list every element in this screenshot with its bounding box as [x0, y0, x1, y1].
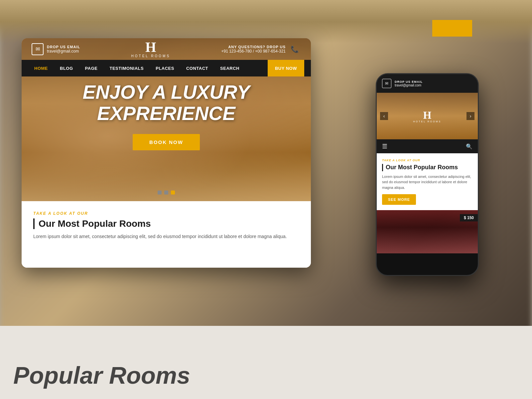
nav-item-testimonials[interactable]: TESTIMONIALS: [103, 60, 150, 76]
mobile-mockup: ✉ DROP US EMAIL travel@gmail.com ‹ H HOT…: [376, 73, 479, 276]
desktop-content-section: TAKE A LOOK AT OUR Our Most Popular Room…: [22, 201, 311, 268]
desktop-email-section: ✉ DROP US EMAIL travel@gmail.com: [32, 43, 80, 55]
see-more-button[interactable]: SEE MORE: [382, 194, 416, 205]
email-text-block: DROP US EMAIL travel@gmail.com: [47, 45, 80, 54]
mobile-logo-h: H: [413, 110, 441, 120]
section-title: Our Most Popular Rooms: [33, 218, 299, 229]
desktop-mockup: ✉ DROP US EMAIL travel@gmail.com H HOTEL…: [22, 38, 311, 268]
mobile-take-look-label: TAKE A LOOK AT OUR: [382, 159, 472, 162]
mobile-prev-arrow[interactable]: ‹: [380, 112, 388, 120]
mobile-description: Lorem ipsum dolor sit amet, consectetur …: [382, 174, 472, 191]
envelope-icon: ✉: [32, 43, 44, 55]
phone-value: +91 123-456-780 / +00 987-654-321: [221, 49, 286, 54]
price-badge: $ 150: [460, 214, 478, 221]
mobile-room-card: $ 150: [377, 210, 478, 253]
mobile-section-title: Our Most Popular Rooms: [382, 164, 472, 171]
logo-subtitle: HOTEL ROOMS: [131, 54, 171, 58]
hamburger-menu-icon[interactable]: ☰: [382, 143, 387, 150]
slider-dot-3[interactable]: [171, 191, 175, 195]
phone-text-block: ANY QUESTIONS? DROP US +91 123-456-780 /…: [221, 45, 286, 54]
nav-item-blog[interactable]: BLOG: [54, 60, 79, 76]
mobile-nav-bar: ☰ 🔍: [377, 139, 478, 153]
hero-content: ENJOY A LUXURY EXPRERIENCE BOOK NOW: [22, 81, 311, 150]
mobile-search-icon[interactable]: 🔍: [466, 143, 472, 150]
bottom-section: Popular Rooms: [0, 326, 532, 399]
mobile-envelope-icon: ✉: [382, 79, 391, 88]
nav-item-places[interactable]: PLACES: [150, 60, 180, 76]
email-value: travel@gmail.com: [47, 49, 80, 54]
mobile-top-bar: ✉ DROP US EMAIL travel@gmail.com: [377, 74, 478, 93]
nav-item-search[interactable]: SEARCH: [214, 60, 245, 76]
desktop-nav-bar: HOME BLOG PAGE TESTIMONIALS PLACES CONTA…: [22, 60, 311, 76]
hero-section: ✉ DROP US EMAIL travel@gmail.com H HOTEL…: [22, 38, 311, 201]
phone-icon: 📞: [289, 43, 301, 55]
section-description: Lorem ipsum dolor sit amet, consectetur …: [33, 233, 299, 240]
phone-section: ANY QUESTIONS? DROP US +91 123-456-780 /…: [221, 43, 301, 55]
email-label: DROP US EMAIL: [47, 45, 80, 49]
hero-title: ENJOY A LUXURY EXPRERIENCE: [22, 81, 311, 124]
slider-dot-2[interactable]: [164, 191, 168, 195]
nav-item-page[interactable]: PAGE: [79, 60, 104, 76]
mobile-hero: ‹ H HOTEL ROOMS ›: [377, 93, 478, 139]
slider-dots: [158, 191, 175, 195]
slider-dot-1[interactable]: [158, 191, 162, 195]
nav-item-home[interactable]: HOME: [28, 60, 54, 76]
mobile-next-arrow[interactable]: ›: [466, 112, 474, 120]
mobile-content: TAKE A LOOK AT OUR Our Most Popular Room…: [377, 153, 478, 210]
mobile-email-label: DROP US EMAIL: [395, 80, 423, 83]
mobile-logo-subtitle: HOTEL ROOMS: [413, 120, 441, 123]
mobile-email-value: travel@gmail.com: [395, 83, 423, 87]
yellow-accent-block: [432, 20, 472, 37]
hero-title-line1: ENJOY A LUXURY: [22, 81, 311, 103]
phone-label: ANY QUESTIONS? DROP US: [221, 45, 286, 49]
desktop-logo: H HOTEL ROOMS: [131, 40, 171, 58]
hero-title-line2: EXPRERIENCE: [22, 103, 311, 124]
desktop-top-bar: ✉ DROP US EMAIL travel@gmail.com H HOTEL…: [22, 38, 311, 60]
nav-buy-now-button[interactable]: BUY NOW: [268, 60, 304, 76]
mobile-logo: H HOTEL ROOMS: [413, 110, 441, 123]
bottom-popular-text: Popular Rooms: [13, 362, 190, 389]
mobile-email-text: DROP US EMAIL travel@gmail.com: [395, 80, 423, 87]
nav-item-contact[interactable]: CONTACT: [180, 60, 214, 76]
take-look-label: TAKE A LOOK AT OUR: [33, 211, 299, 216]
book-now-button[interactable]: BOOK NOW: [133, 134, 200, 150]
logo-h: H: [131, 40, 171, 54]
